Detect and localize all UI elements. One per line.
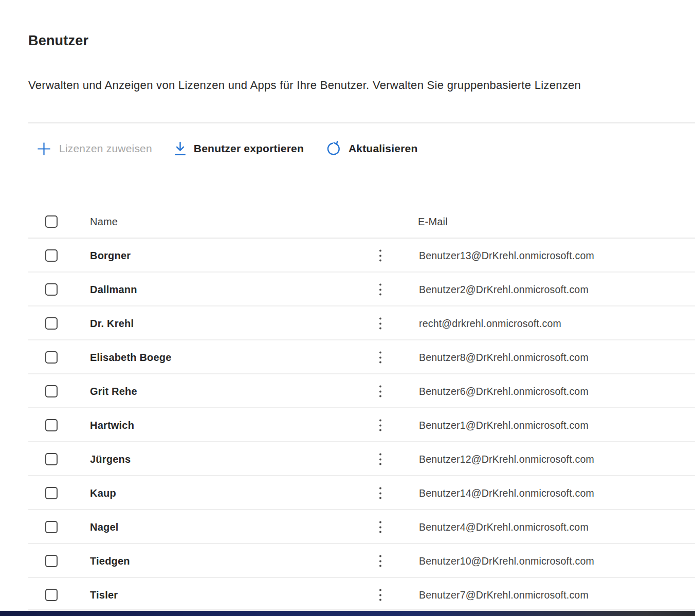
- user-email-cell: recht@drkrehl.onmicrosoft.com: [419, 318, 561, 330]
- user-name-cell: Borgner: [90, 250, 131, 262]
- more-vertical-icon[interactable]: [377, 451, 383, 467]
- arrow-download-icon: [174, 141, 187, 157]
- table-row[interactable]: Dallmann Benutzer2@DrKrehl.onmicrosoft.c…: [0, 273, 695, 306]
- user-email-cell: Benutzer2@DrKrehl.onmicrosoft.com: [419, 284, 589, 296]
- user-email-cell: Benutzer6@DrKrehl.onmicrosoft.com: [419, 386, 589, 397]
- table-row[interactable]: Elisabeth Boege Benutzer8@DrKrehl.onmicr…: [0, 340, 695, 374]
- divider: [28, 122, 695, 123]
- user-name-cell: Dr. Krehl: [90, 318, 134, 330]
- table-row[interactable]: Grit Rehe Benutzer6@DrKrehl.onmicrosoft.…: [0, 374, 695, 408]
- refresh-icon: [325, 141, 341, 157]
- row-checkbox[interactable]: [45, 521, 58, 533]
- user-name-cell: Nagel: [90, 521, 118, 533]
- row-checkbox[interactable]: [45, 385, 58, 397]
- row-checkbox[interactable]: [45, 419, 58, 431]
- refresh-label: Aktualisieren: [349, 142, 418, 155]
- more-vertical-icon[interactable]: [377, 485, 383, 501]
- export-users-button[interactable]: Benutzer exportieren: [174, 141, 304, 157]
- more-vertical-icon[interactable]: [377, 418, 383, 433]
- more-vertical-icon[interactable]: [377, 587, 383, 603]
- plus-icon: [36, 141, 52, 157]
- user-email-cell: Benutzer10@DrKrehl.onmicrosoft.com: [419, 555, 594, 567]
- more-vertical-icon[interactable]: [377, 248, 383, 264]
- table-header-row: Name E-Mail: [0, 206, 695, 238]
- user-name-cell: Kaup: [90, 487, 116, 499]
- select-all-checkbox[interactable]: [45, 215, 58, 228]
- user-email-cell: Benutzer8@DrKrehl.onmicrosoft.com: [419, 352, 589, 364]
- table-row[interactable]: Hartwich Benutzer1@DrKrehl.onmicrosoft.c…: [0, 408, 695, 442]
- user-name-cell: Hartwich: [90, 420, 134, 431]
- assign-licenses-button[interactable]: Lizenzen zuweisen: [36, 141, 152, 157]
- user-name-cell: Jürgens: [90, 454, 131, 465]
- user-email-cell: Benutzer4@DrKrehl.onmicrosoft.com: [419, 521, 589, 533]
- row-checkbox[interactable]: [45, 589, 58, 601]
- user-name-cell: Dallmann: [90, 284, 137, 296]
- table-row[interactable]: Kaup Benutzer14@DrKrehl.onmicrosoft.com: [0, 476, 695, 510]
- column-header-email: E-Mail: [418, 216, 448, 228]
- user-name-cell: Tiedgen: [90, 555, 130, 567]
- refresh-button[interactable]: Aktualisieren: [325, 141, 418, 157]
- table-row[interactable]: Borgner Benutzer13@DrKrehl.onmicrosoft.c…: [0, 239, 695, 273]
- export-users-label: Benutzer exportieren: [194, 142, 304, 155]
- row-checkbox[interactable]: [45, 487, 58, 499]
- table-row[interactable]: Tiedgen Benutzer10@DrKrehl.onmicrosoft.c…: [0, 544, 695, 578]
- user-name-cell: Grit Rehe: [90, 386, 137, 397]
- table-row[interactable]: Jürgens Benutzer12@DrKrehl.onmicrosoft.c…: [0, 442, 695, 476]
- more-vertical-icon[interactable]: [377, 553, 383, 569]
- user-email-cell: Benutzer14@DrKrehl.onmicrosoft.com: [419, 487, 594, 499]
- user-email-cell: Benutzer1@DrKrehl.onmicrosoft.com: [419, 420, 589, 431]
- table-row[interactable]: Tisler Benutzer7@DrKrehl.onmicrosoft.com: [0, 578, 695, 612]
- row-checkbox[interactable]: [45, 249, 58, 262]
- more-vertical-icon[interactable]: [377, 384, 383, 400]
- row-checkbox[interactable]: [45, 283, 58, 296]
- user-name-cell: Tisler: [90, 589, 118, 601]
- more-vertical-icon[interactable]: [377, 316, 383, 332]
- row-checkbox[interactable]: [45, 351, 58, 364]
- user-name-cell: Elisabeth Boege: [90, 352, 172, 364]
- page-description: Verwalten und Anzeigen von Lizenzen und …: [28, 79, 695, 92]
- user-email-cell: Benutzer13@DrKrehl.onmicrosoft.com: [419, 250, 594, 262]
- command-bar: Lizenzen zuweisen Benutzer exportieren A…: [36, 135, 439, 162]
- users-admin-page: Benutzer Verwalten und Anzeigen von Lize…: [0, 0, 695, 616]
- page-title: Benutzer: [28, 33, 88, 49]
- table-row[interactable]: Dr. Krehl recht@drkrehl.onmicrosoft.com: [0, 306, 695, 340]
- user-email-cell: Benutzer7@DrKrehl.onmicrosoft.com: [419, 589, 589, 601]
- table-row[interactable]: Nagel Benutzer4@DrKrehl.onmicrosoft.com: [0, 510, 695, 544]
- more-vertical-icon[interactable]: [377, 350, 383, 366]
- bottom-bar: [0, 611, 695, 616]
- assign-licenses-label: Lizenzen zuweisen: [59, 142, 152, 155]
- more-vertical-icon[interactable]: [377, 519, 383, 535]
- row-checkbox[interactable]: [45, 453, 58, 465]
- row-checkbox[interactable]: [45, 317, 58, 330]
- row-checkbox[interactable]: [45, 555, 58, 567]
- users-table-body: Borgner Benutzer13@DrKrehl.onmicrosoft.c…: [0, 239, 695, 612]
- user-email-cell: Benutzer12@DrKrehl.onmicrosoft.com: [419, 454, 594, 465]
- column-header-name: Name: [90, 216, 118, 228]
- more-vertical-icon[interactable]: [377, 282, 383, 298]
